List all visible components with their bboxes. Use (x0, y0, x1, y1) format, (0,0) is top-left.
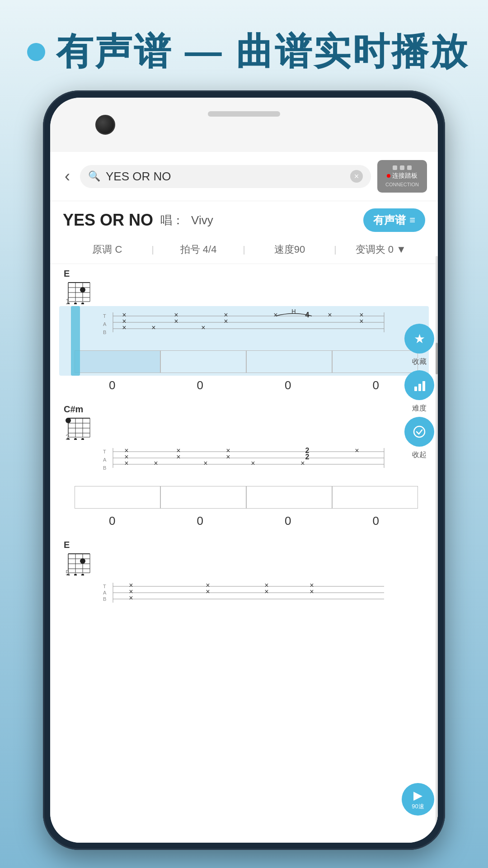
play-icon: ▶ (413, 788, 422, 802)
svg-text:×: × (154, 459, 158, 467)
favorite-button[interactable]: ★ (404, 324, 434, 354)
svg-text:T: T (103, 584, 106, 589)
collapse-button[interactable] (404, 417, 434, 447)
side-buttons: ★ 收藏 难度 收起 (404, 324, 434, 460)
song-artist: Vivy (191, 213, 213, 227)
youshenpu-button[interactable]: 有声谱 ≡ (363, 208, 425, 232)
svg-text:×: × (226, 453, 230, 461)
beat-num-1-2: 0 (197, 378, 203, 392)
svg-text:T: T (103, 313, 106, 319)
play-button[interactable]: ▶ 90速 (402, 783, 434, 816)
tab-bar-1: 1 T A B (59, 306, 429, 376)
bar-number-3: 5 (66, 569, 70, 577)
connection-button[interactable]: 连接踏板 CONNECTION (377, 160, 427, 193)
section-2: C#m (50, 404, 438, 535)
svg-text:×: × (264, 588, 268, 595)
back-button[interactable]: ‹ (61, 165, 74, 188)
svg-point-47 (74, 438, 77, 440)
beat-box-2-3 (246, 486, 332, 509)
svg-text:×: × (174, 317, 178, 325)
song-title-row: YES OR NO 唱： Vivy 有声谱 ≡ (50, 201, 438, 239)
beat-num-1-3: 0 (285, 378, 291, 392)
svg-text:×: × (224, 317, 228, 325)
svg-text:×: × (273, 311, 277, 319)
search-clear-button[interactable]: × (350, 170, 363, 183)
key-info: 原调 C (63, 243, 152, 256)
beat-boxes-2 (75, 486, 418, 509)
chord-diagram-3 (64, 550, 433, 576)
beat-num-2-3: 0 (285, 514, 291, 528)
beat-info: 拍号 4/4 (154, 243, 243, 256)
difficulty-button[interactable] (404, 370, 434, 400)
beat-box-2-2 (160, 486, 246, 509)
svg-text:×: × (176, 453, 180, 461)
svg-text:×: × (122, 324, 126, 331)
header-title: 有声谱 — 曲谱实时播放 (56, 27, 469, 77)
bar-number-1: 1 (66, 298, 70, 306)
svg-point-82 (74, 574, 77, 576)
scrollbar-thumb[interactable] (436, 343, 438, 374)
app-content: ‹ 🔍 YES OR NO × 连接踏板 (50, 152, 438, 843)
capo-info[interactable]: 变调夹 0 ▼ (336, 243, 425, 256)
beat-num-2-2: 0 (197, 514, 203, 528)
tab-bar-3: 5 T A B × × × × (59, 577, 429, 603)
conn-dot-1 (393, 165, 397, 170)
svg-rect-100 (414, 387, 417, 391)
conn-dot-3 (407, 165, 412, 170)
svg-text:×: × (300, 459, 305, 467)
svg-point-11 (74, 302, 77, 304)
scrollbar-track[interactable] (436, 256, 438, 834)
svg-text:A: A (103, 590, 107, 595)
favorite-label: 收藏 (412, 357, 427, 367)
beat-box-2-4 (332, 486, 418, 509)
tab-bar-2: 2 T A B × × (59, 442, 429, 511)
song-title: YES OR NO (63, 211, 153, 230)
search-icon: 🔍 (88, 170, 100, 182)
youshenpu-label: 有声谱 (373, 213, 406, 227)
section-3: E (50, 540, 438, 603)
tempo-info: 速度90 (245, 243, 334, 256)
beat-box-2-1 (75, 486, 160, 509)
camera-lens (95, 115, 115, 135)
conn-red-dot (387, 174, 390, 178)
svg-text:×: × (124, 459, 128, 467)
beat-box-1-3 (246, 350, 332, 373)
svg-point-9 (80, 287, 85, 292)
beat-num-2-4: 0 (373, 514, 379, 528)
chord-diagram-1 (64, 279, 433, 304)
svg-point-45 (66, 418, 71, 423)
svg-text:×: × (355, 447, 359, 454)
beat-num-1-4: 0 (373, 378, 379, 392)
beat-box-1-2 (160, 350, 246, 373)
search-box[interactable]: 🔍 YES OR NO × (80, 165, 371, 188)
play-speed: 90速 (412, 802, 424, 811)
collapse-label: 收起 (412, 450, 427, 460)
phone-screen: ‹ 🔍 YES OR NO × 连接踏板 (50, 98, 438, 843)
svg-text:×: × (206, 588, 210, 595)
page-header: 有声谱 — 曲谱实时播放 (0, 0, 488, 90)
svg-text:×: × (310, 588, 314, 595)
svg-text:×: × (328, 311, 332, 319)
svg-point-103 (414, 426, 425, 437)
music-info-row: 原调 C | 拍号 4/4 | 速度90 | 变调夹 0 ▼ (50, 239, 438, 264)
beat-nums-1: 0 0 0 0 (55, 376, 433, 400)
svg-text:×: × (251, 459, 255, 467)
score-area: E (50, 264, 438, 843)
collapse-icon (412, 425, 427, 439)
svg-text:T: T (103, 449, 106, 454)
tab-staff-svg-2: T A B × × × × (99, 444, 389, 485)
chord-name-2: C#m (64, 404, 83, 414)
svg-text:2: 2 (305, 453, 310, 461)
beat-num-2-1: 0 (109, 514, 115, 528)
connection-label: 连接踏板 (392, 172, 418, 180)
beat-boxes-1 (75, 350, 418, 373)
speaker-bar (208, 111, 280, 117)
svg-text:B: B (103, 596, 106, 602)
svg-text:A: A (103, 457, 107, 462)
search-input[interactable]: YES OR NO (106, 170, 345, 184)
svg-text:×: × (203, 459, 207, 467)
section-1: E (50, 269, 438, 400)
beat-box-1-1 (75, 350, 160, 373)
beat-nums-2: 0 0 0 0 (55, 511, 433, 535)
header-dot (27, 43, 45, 61)
